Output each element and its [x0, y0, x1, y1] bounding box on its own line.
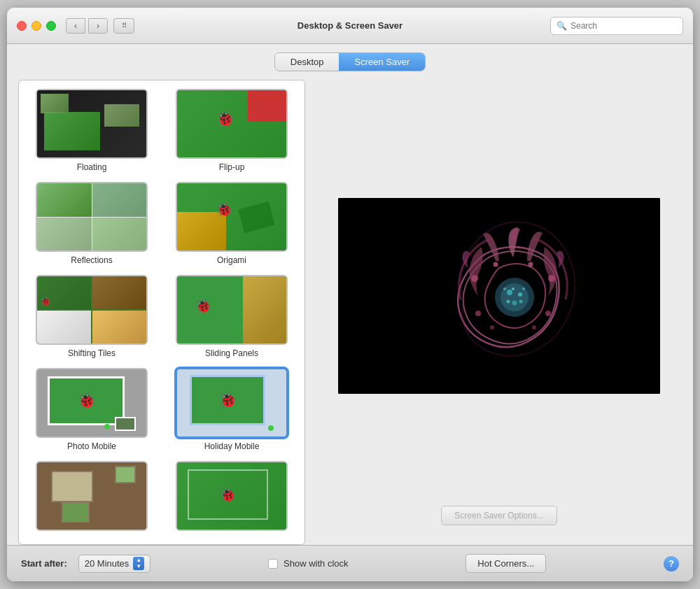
svg-point-8 — [519, 299, 523, 303]
flipup-thumbnail: 🐞 — [176, 89, 288, 159]
back-button[interactable]: ‹ — [66, 18, 85, 34]
shifting-thumbnail: 🐞 — [36, 275, 148, 345]
photo-thumbnail: 🐞 — [36, 368, 148, 438]
titlebar: ‹ › ⠿ Desktop & Screen Saver 🔍 — [7, 8, 693, 44]
traffic-lights — [17, 21, 56, 31]
list-item[interactable]: Reflections — [27, 182, 156, 265]
nav-buttons: ‹ › — [66, 18, 108, 34]
bottom1-thumbnail — [36, 461, 148, 531]
svg-point-16 — [493, 262, 498, 267]
start-after-label: Start after: — [21, 558, 67, 569]
sliding-label: Sliding Panels — [205, 348, 258, 358]
right-panel: Screen Saver Options... — [305, 80, 682, 545]
dropdown-arrows-icon: ▲ ▼ — [133, 557, 144, 571]
minimize-button[interactable] — [31, 21, 41, 31]
holiday-thumbnail: 🐞 — [176, 368, 288, 438]
svg-point-5 — [518, 292, 522, 297]
list-item[interactable]: 🐞 — [167, 461, 296, 534]
svg-point-13 — [548, 275, 555, 282]
help-button[interactable]: ? — [664, 556, 679, 572]
options-button[interactable]: Screen Saver Options... — [441, 506, 556, 525]
list-item[interactable]: 🐞 Sliding Panels — [167, 275, 296, 358]
svg-point-12 — [471, 275, 478, 282]
floating-thumbnail — [36, 89, 148, 159]
hot-corners-button[interactable]: Hot Corners... — [465, 554, 546, 573]
svg-point-10 — [522, 288, 525, 290]
list-item[interactable]: 🐞 Shifting Tiles — [27, 275, 156, 358]
tab-bar: Desktop Screen Saver — [7, 44, 693, 80]
holiday-label: Holiday Mobile — [204, 441, 260, 451]
search-input[interactable] — [570, 21, 677, 31]
main-window: ‹ › ⠿ Desktop & Screen Saver 🔍 Desktop S… — [7, 8, 693, 581]
svg-point-9 — [512, 288, 514, 290]
show-clock-label: Show with clock — [284, 558, 348, 569]
bottom2-thumbnail: 🐞 — [176, 461, 288, 531]
svg-point-17 — [528, 262, 533, 267]
svg-point-11 — [503, 288, 506, 290]
close-button[interactable] — [17, 21, 27, 31]
origami-label: Origami — [217, 255, 246, 265]
preview-image — [338, 198, 660, 394]
svg-point-6 — [512, 300, 517, 305]
window-title: Desktop & Screen Saver — [298, 20, 402, 31]
svg-point-7 — [507, 299, 510, 303]
maximize-button[interactable] — [46, 21, 56, 31]
list-item[interactable]: 🐞 Photo Mobile — [27, 368, 156, 451]
tab-segment: Desktop Screen Saver — [274, 52, 426, 71]
search-box[interactable]: 🔍 — [550, 17, 683, 35]
list-item[interactable] — [27, 461, 156, 534]
list-item[interactable]: 🐞 Flip-up — [167, 89, 296, 172]
svg-point-15 — [545, 311, 551, 316]
reflections-thumbnail — [36, 182, 148, 252]
reflections-label: Reflections — [71, 255, 112, 265]
list-item[interactable]: Floating — [27, 89, 156, 172]
list-item[interactable]: 🐞 Holiday Mobile — [167, 368, 296, 451]
shifting-label: Shifting Tiles — [68, 348, 115, 358]
svg-point-18 — [490, 325, 494, 329]
sliding-thumbnail: 🐞 — [176, 275, 288, 345]
preview-area — [316, 85, 682, 506]
start-after-dropdown[interactable]: 20 Minutes ▲ ▼ — [78, 555, 151, 573]
svg-point-4 — [507, 290, 512, 295]
grid-button[interactable]: ⠿ — [113, 18, 134, 34]
flipup-label: Flip-up — [219, 162, 245, 172]
floating-label: Floating — [77, 162, 107, 172]
tab-screensaver[interactable]: Screen Saver — [339, 53, 425, 71]
photo-label: Photo Mobile — [67, 441, 116, 451]
screensaver-list: Floating 🐞 Flip-up — [18, 80, 305, 545]
svg-point-14 — [475, 311, 481, 316]
search-icon: 🔍 — [556, 21, 567, 31]
show-clock-checkbox[interactable] — [268, 559, 278, 569]
start-after-value: 20 Minutes — [85, 558, 130, 569]
tab-desktop[interactable]: Desktop — [275, 53, 340, 71]
forward-button[interactable]: › — [88, 18, 108, 34]
svg-point-19 — [532, 325, 536, 329]
origami-thumbnail: 🐞 — [176, 182, 288, 252]
bottom-bar: Start after: 20 Minutes ▲ ▼ Show with cl… — [7, 545, 693, 581]
list-item[interactable]: 🐞 Origami — [167, 182, 296, 265]
show-clock-area: Show with clock — [268, 558, 348, 569]
screensaver-grid: Floating 🐞 Flip-up — [27, 89, 296, 534]
content-area: Floating 🐞 Flip-up — [7, 80, 693, 545]
